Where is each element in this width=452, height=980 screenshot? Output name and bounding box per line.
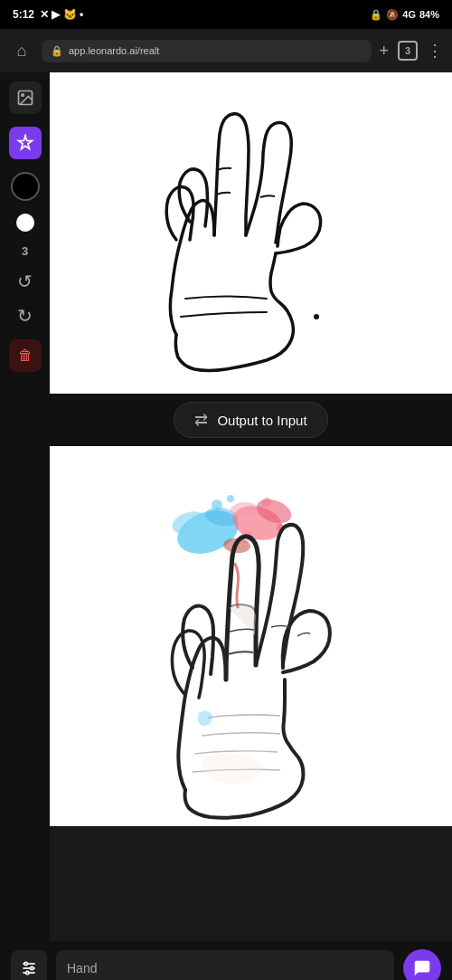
delete-button[interactable]: 🗑 (9, 339, 42, 372)
svg-point-3 (314, 314, 319, 319)
generated-svg (50, 446, 452, 826)
browser-bar: ⌂ 🔒 app.leonardo.ai/realt + 3 ⋮ (0, 29, 452, 72)
battery: 84% (419, 9, 439, 20)
tab-count[interactable]: 3 (398, 41, 418, 61)
top-canvas[interactable] (50, 72, 452, 394)
redo-button[interactable]: ↻ (17, 305, 33, 327)
prompt-placeholder: Hand (67, 961, 97, 975)
url-text: app.leonardo.ai/realt (69, 45, 159, 56)
svg-point-11 (212, 500, 222, 510)
mute-icon: 🔕 (386, 9, 399, 21)
lock-icon: 🔒 (370, 9, 382, 21)
sketch-svg (50, 72, 452, 394)
image-tool[interactable] (9, 81, 42, 114)
browser-actions: + 3 ⋮ (379, 41, 443, 61)
swap-icon: ⇄ (194, 410, 208, 430)
output-to-input-label: Output to Input (217, 413, 306, 428)
svg-point-22 (31, 966, 33, 969)
status-left: 5:12 ✕ ▶ 🐱 • (13, 8, 83, 21)
svg-rect-2 (50, 72, 452, 394)
svg-point-15 (194, 532, 203, 541)
undo-button[interactable]: ↺ (17, 271, 33, 292)
chat-button[interactable] (403, 949, 441, 980)
white-color[interactable] (16, 214, 34, 232)
layer-number: 3 (22, 244, 28, 258)
color-picker[interactable] (11, 172, 40, 201)
bottom-toolbar: Hand (0, 941, 452, 980)
add-tab-button[interactable]: + (379, 42, 389, 61)
svg-point-12 (227, 495, 234, 502)
home-button[interactable]: ⌂ (9, 38, 34, 63)
secure-icon: 🔒 (51, 45, 63, 57)
menu-button[interactable]: ⋮ (427, 41, 443, 61)
tool-settings-button[interactable] (11, 950, 47, 980)
svg-point-1 (21, 94, 23, 97)
time: 5:12 (13, 8, 34, 21)
left-sidebar: 3 ↺ ↻ 🗑 (0, 72, 50, 941)
brush-tool[interactable] (9, 127, 42, 159)
signal-icon: 4G (402, 9, 416, 20)
prompt-input[interactable]: Hand (56, 950, 394, 980)
output-to-input-button[interactable]: ⇄ Output to Input (174, 402, 327, 438)
svg-point-13 (262, 498, 271, 507)
status-bar: 5:12 ✕ ▶ 🐱 • 🔒 🔕 4G 84% (0, 0, 452, 29)
svg-point-21 (24, 962, 27, 965)
url-bar[interactable]: 🔒 app.leonardo.ai/realt (42, 40, 372, 62)
content-area: ⇄ Output to Input (50, 72, 452, 941)
status-icons: ✕ ▶ 🐱 • (40, 8, 83, 21)
status-right: 🔒 🔕 4G 84% (370, 9, 439, 21)
bottom-canvas[interactable] (50, 446, 452, 826)
svg-point-23 (26, 971, 29, 974)
main-layout: 3 ↺ ↻ 🗑 (0, 72, 452, 941)
output-to-input-row: ⇄ Output to Input (50, 394, 452, 446)
